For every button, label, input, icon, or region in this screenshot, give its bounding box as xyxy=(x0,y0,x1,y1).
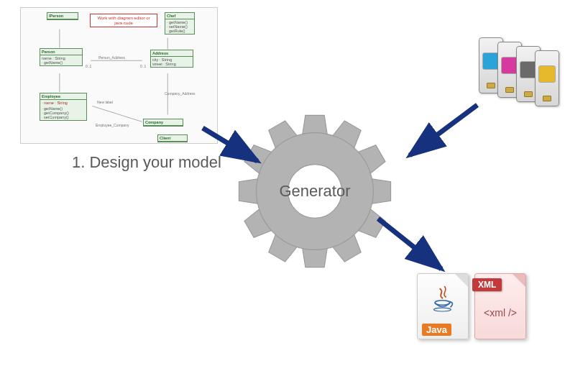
uml-multiplicity-1: 0..1 xyxy=(86,64,91,68)
uml-class-client: Client xyxy=(157,134,188,142)
uml-model-diagram: IPerson Work with diagram editor or java… xyxy=(20,7,218,144)
output-files: Java XML <xml /> xyxy=(417,273,539,345)
uml-company-label: Company xyxy=(145,120,163,124)
uml-person-label: Person xyxy=(42,50,55,54)
page-fold-icon xyxy=(455,274,468,287)
java-file-icon: Java xyxy=(417,273,469,339)
uml-note-text: Work with diagram editor or java code xyxy=(97,16,150,25)
generator-gear: Generator xyxy=(236,112,394,270)
uml-address-label: Address xyxy=(152,51,168,55)
xml-file-icon: XML <xml /> xyxy=(474,273,526,339)
xml-banner: XML xyxy=(472,278,502,291)
uml-class-employee: Employee · name : String · getName()· ge… xyxy=(40,93,87,121)
page-fold-icon xyxy=(513,274,525,287)
java-cup-icon xyxy=(432,285,455,314)
cartridge-4 xyxy=(535,50,559,106)
uml-assoc-person-address: Person_Address xyxy=(98,55,125,60)
uml-person-attr: name : String xyxy=(42,56,65,60)
java-badge: Java xyxy=(422,324,451,336)
uml-class-company: Company xyxy=(143,119,183,127)
uml-class-iperson: IPerson xyxy=(47,12,78,20)
svg-line-9 xyxy=(410,105,477,155)
uml-note-box: Work with diagram editor or java code xyxy=(90,14,157,27)
step-caption: 1. Design your model xyxy=(72,152,230,173)
svg-point-12 xyxy=(433,308,451,311)
xml-content-text: <xml /> xyxy=(475,307,525,319)
uml-multiplicity-2: 0..1 xyxy=(140,64,146,68)
ink-cartridges-icon xyxy=(479,30,565,109)
uml-employee-label: Employee xyxy=(42,94,60,99)
uml-class-chef: Chef · getName()· setName()· getRole() xyxy=(165,12,195,35)
uml-address-street: street : String xyxy=(152,62,176,66)
svg-line-4 xyxy=(92,106,142,122)
uml-iperson-label: IPerson xyxy=(49,14,63,18)
step-caption-text: 1. Design your model xyxy=(72,153,221,171)
uml-assoc-new-label: New label xyxy=(97,100,113,104)
uml-assoc-company-address: Company_Address xyxy=(165,91,196,96)
uml-assoc-employee-company: Employee_Company xyxy=(96,123,129,127)
gear-label: Generator xyxy=(279,182,350,201)
uml-chef-label: Chef xyxy=(167,14,175,18)
uml-class-person: Person name : String· getName() xyxy=(40,48,83,66)
uml-client-label: Client xyxy=(160,136,170,140)
arrow-cartridges-to-generator-icon xyxy=(397,101,483,165)
uml-class-address: Address city : Stringstreet : String xyxy=(150,50,193,68)
